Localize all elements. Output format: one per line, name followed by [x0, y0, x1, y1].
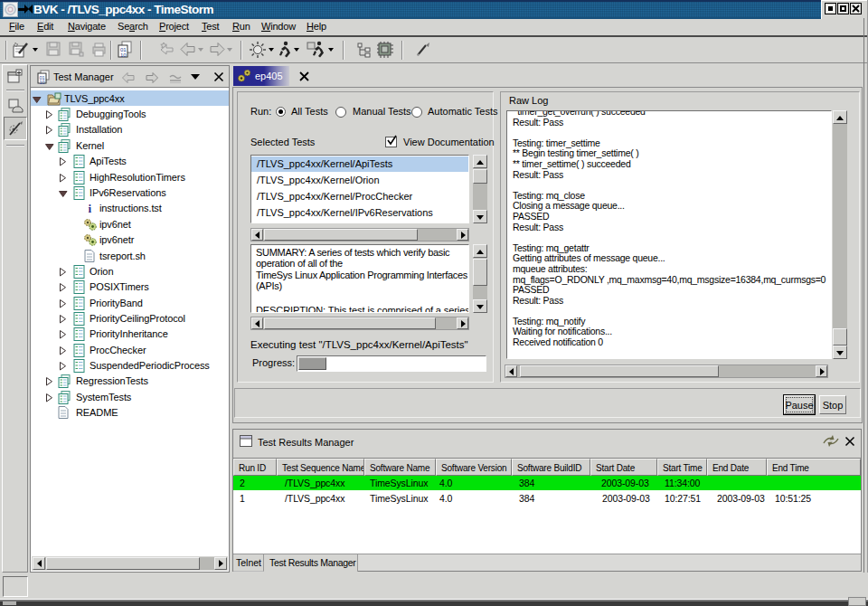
svg-text:10: 10 — [40, 80, 45, 85]
svg-text:i: i — [89, 202, 92, 214]
svg-text:10: 10 — [120, 52, 127, 58]
